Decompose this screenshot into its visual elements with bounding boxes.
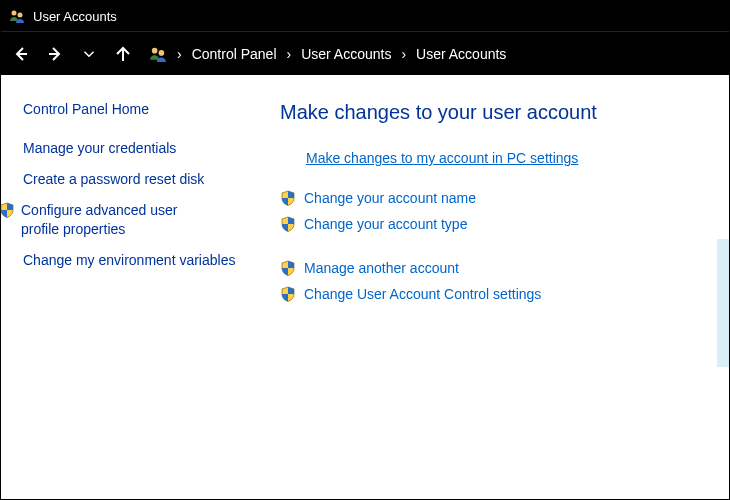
sidebar-link-label: Manage your credentials [23,139,176,158]
back-button[interactable] [13,46,29,62]
pc-settings-link[interactable]: Make changes to my account in PC setting… [306,150,578,166]
content-area: Control Panel Home Manage your credentia… [1,75,729,499]
action-change-account-type[interactable]: Change your account type [280,216,719,232]
action-label: Change your account type [304,216,467,232]
action-change-uac-settings[interactable]: Change User Account Control settings [280,286,719,302]
sidebar-link-manage-credentials[interactable]: Manage your credentials [23,139,240,158]
chevron-right-icon: › [287,46,292,62]
svg-point-6 [159,50,165,56]
user-accounts-icon [9,8,25,24]
forward-button[interactable] [47,46,63,62]
svg-point-0 [12,11,17,16]
action-label: Change User Account Control settings [304,286,541,302]
titlebar: User Accounts [1,1,729,31]
control-panel-home-link[interactable]: Control Panel Home [17,101,240,117]
action-label: Change your account name [304,190,476,206]
action-group: Change your account name Change your acc… [280,190,719,232]
sidebar-link-env-variables[interactable]: Change my environment variables [23,251,240,270]
window: User Accounts › Control Panel [0,0,730,500]
shield-icon [280,260,296,276]
user-accounts-icon [149,45,167,63]
breadcrumb-item[interactable]: Control Panel [192,46,277,62]
shield-icon [280,190,296,206]
action-group: Manage another account Change User Accou… [280,260,719,302]
svg-point-1 [18,13,23,18]
sidebar-link-label: Configure advanced user profile properti… [21,201,219,239]
recent-dropdown[interactable] [81,46,97,62]
action-manage-another-account[interactable]: Manage another account [280,260,719,276]
breadcrumb-item[interactable]: User Accounts [416,46,506,62]
breadcrumb[interactable]: › Control Panel › User Accounts › User A… [149,45,506,63]
account-picture-edge [717,239,729,367]
shield-icon [280,216,296,232]
window-title: User Accounts [33,9,117,24]
action-change-account-name[interactable]: Change your account name [280,190,719,206]
navbar: › Control Panel › User Accounts › User A… [1,31,729,75]
svg-point-5 [152,47,158,53]
shield-icon [280,286,296,302]
action-label: Manage another account [304,260,459,276]
sidebar-link-label: Create a password reset disk [23,170,204,189]
sidebar-link-label: Change my environment variables [23,251,235,270]
up-button[interactable] [115,46,131,62]
sidebar-link-password-reset-disk[interactable]: Create a password reset disk [23,170,240,189]
sidebar-link-advanced-profile[interactable]: Configure advanced user profile properti… [0,201,219,239]
breadcrumb-item[interactable]: User Accounts [301,46,391,62]
shield-icon [0,202,15,218]
chevron-right-icon: › [177,46,182,62]
chevron-right-icon: › [401,46,406,62]
page-heading: Make changes to your user account [280,101,719,124]
sidebar: Control Panel Home Manage your credentia… [1,101,246,499]
main-panel: Make changes to your user account Make c… [246,101,729,499]
